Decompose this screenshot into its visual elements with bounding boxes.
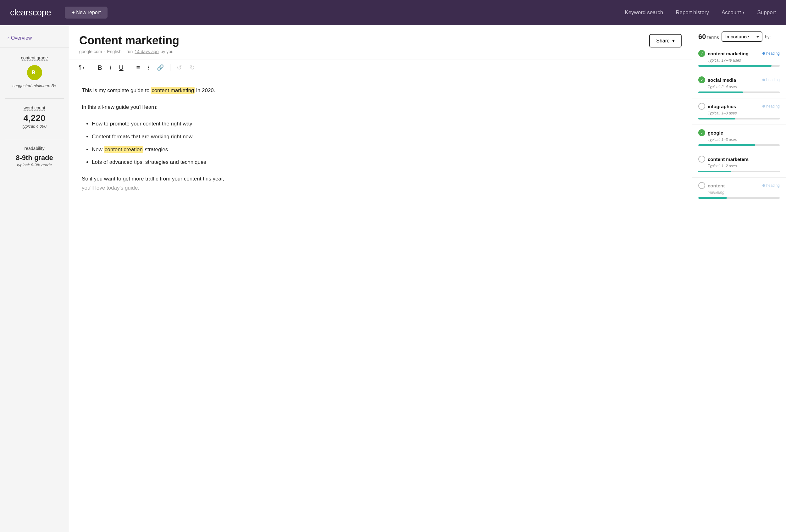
sidebar-stats: content grade B- suggested minimum: B+ w… [0, 47, 69, 184]
terms-by-label: by: [765, 34, 771, 39]
term-bar-fill-1 [698, 65, 771, 67]
bold-button[interactable]: B [94, 62, 105, 73]
readability-label: readability [25, 146, 45, 151]
term-check-3 [698, 103, 705, 110]
editor-list: How to promote your content the right wa… [92, 119, 352, 167]
grade-badge: B- [27, 65, 42, 80]
term-typical-3: Typical: 1–3 uses [708, 111, 780, 115]
meta-run: run [126, 49, 133, 54]
li3-end: strategies [143, 146, 168, 153]
terms-header: 60 terms Importance Alphabetical Usage b… [692, 25, 786, 46]
badge-label-1: heading [766, 51, 780, 56]
redo-button[interactable]: ↻ [186, 62, 198, 73]
underline-button[interactable]: U [116, 62, 126, 73]
terms-label: terms [707, 34, 719, 41]
term-bar-fill-6 [698, 197, 727, 199]
account-chevron-icon: ▾ [743, 10, 744, 15]
term-name-2: social media [708, 77, 736, 83]
term-typical-1: Typical: 17–49 uses [708, 58, 780, 63]
paragraph-2: In this all-new guide you’ll learn: [82, 103, 352, 112]
report-history-link[interactable]: Report history [676, 9, 709, 16]
italic-button[interactable]: I [107, 62, 115, 73]
sidebar-overview-link[interactable]: ‹ Overview [0, 35, 69, 47]
account-label: Account [721, 9, 741, 16]
share-label: Share [656, 38, 670, 44]
editor-panel[interactable]: This is my complete guide to content mar… [69, 76, 692, 532]
p3-line1: So if you want to get more traffic from … [82, 176, 224, 182]
term-typical-4: Typical: 1–3 uses [708, 137, 780, 142]
badge-label-3: heading [766, 104, 780, 109]
badge-dot-2 [762, 78, 765, 81]
term-bar-fill-2 [698, 92, 743, 93]
term-bar-fill-3 [698, 118, 735, 119]
new-report-button[interactable]: + New report [65, 7, 108, 19]
term-item-5: content marketers Typical: 1–2 uses [692, 151, 786, 178]
term-top-5: content marketers [698, 156, 780, 163]
term-bar-bg-4 [698, 144, 780, 146]
toolbar-divider-1 [91, 64, 91, 71]
word-count-value: 4,220 [5, 113, 64, 123]
link-button[interactable]: 🔗 [154, 62, 167, 73]
term-item-3: infographics heading Typical: 1–3 uses [692, 98, 786, 125]
page-title: Content marketing [79, 34, 179, 47]
term-typical-5: Typical: 1–2 uses [708, 164, 780, 168]
term-bar-bg-5 [698, 171, 780, 172]
paragraph-button[interactable]: ¶ ▾ [75, 63, 88, 73]
p3-line2: you'll love today's guide. [82, 185, 139, 191]
term-item-2: ✓ social media heading Typical: 2–4 uses [692, 72, 786, 98]
term-check-6 [698, 182, 705, 189]
suggested-min-label: suggested minimum: B+ [13, 83, 56, 88]
term-item-4: ✓ google Typical: 1–3 uses [692, 125, 786, 151]
paragraph-1: This is my complete guide to content mar… [82, 86, 352, 95]
unordered-list-button[interactable]: ⁝ [144, 62, 153, 73]
paragraph-chevron-icon: ▾ [83, 66, 85, 70]
term-top-4: ✓ google [698, 129, 780, 136]
term-name-6: content [708, 183, 725, 188]
meta-lang: English [107, 49, 121, 54]
list-item-2: Content formats that are working right n… [92, 132, 352, 141]
content-area: Content marketing google.com · English ·… [69, 25, 692, 532]
term-bar-fill-5 [698, 171, 731, 172]
p1-highlight: content marketing [151, 87, 194, 94]
ordered-list-button[interactable]: ≡ [133, 62, 143, 73]
undo-button[interactable]: ↺ [174, 62, 185, 73]
list-item-1: How to promote your content the right wa… [92, 119, 352, 129]
editor-text: This is my complete guide to content mar… [82, 86, 352, 193]
term-bar-bg-2 [698, 92, 780, 93]
content-grade-label: content grade [21, 55, 48, 61]
content-meta: google.com · English · run 14 days ago b… [79, 49, 179, 54]
term-badge-3: heading [762, 104, 780, 109]
overview-label: Overview [11, 35, 32, 41]
term-check-2: ✓ [698, 76, 705, 83]
list-item-4: Lots of advanced tips, strategies and te… [92, 158, 352, 167]
term-top-1: ✓ content marketing heading [698, 50, 780, 57]
meta-time: 14 days ago [135, 49, 159, 54]
support-link[interactable]: Support [757, 9, 776, 16]
term-item-6: content heading marketing [692, 178, 786, 204]
meta-dot-2: · [123, 49, 124, 54]
term-bar-fill-4 [698, 144, 755, 146]
sort-select[interactable]: Importance Alphabetical Usage [721, 31, 762, 42]
share-button[interactable]: Share ▾ [649, 34, 681, 47]
share-chevron-icon: ▾ [672, 38, 675, 44]
keyword-search-link[interactable]: Keyword search [625, 9, 663, 16]
word-count-label: word count [24, 105, 45, 111]
term-bar-bg-3 [698, 118, 780, 119]
p1-end: in 2020. [194, 87, 215, 93]
stat-divider-2 [5, 139, 64, 139]
account-menu[interactable]: Account ▾ [721, 9, 744, 16]
paragraph-3: So if you want to get more traffic from … [82, 175, 352, 193]
overview-chevron-icon: ‹ [7, 36, 9, 41]
word-count-block: word count 4,220 typical: 4,090 [5, 105, 64, 129]
logo: clearscope [10, 7, 51, 18]
list-item-3: New content creation strategies [92, 145, 352, 154]
terms-count: 60 [698, 33, 706, 41]
term-check-4: ✓ [698, 129, 705, 136]
li3-highlight: content creation [104, 146, 143, 153]
p1-start: This is my complete guide to [82, 87, 151, 93]
term-bar-bg-1 [698, 65, 780, 67]
header-nav: Keyword search Report history Account ▾ … [625, 9, 776, 16]
stat-divider-1 [5, 98, 64, 99]
paragraph-icon: ¶ [78, 65, 82, 71]
term-check-1: ✓ [698, 50, 705, 57]
